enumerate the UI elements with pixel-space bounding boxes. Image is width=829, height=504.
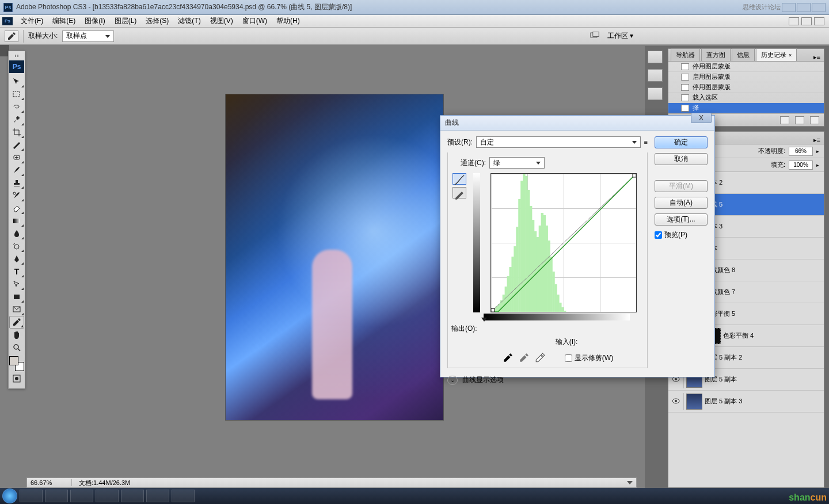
document-canvas[interactable] — [226, 94, 443, 420]
doc-info[interactable]: 文档:1.44M/26.3M — [72, 479, 130, 487]
menu-window[interactable]: 窗口(W) — [238, 16, 272, 26]
close-button[interactable] — [812, 3, 826, 12]
eyedropper-tool[interactable] — [9, 316, 24, 329]
menu-select[interactable]: 选择(S) — [141, 16, 173, 26]
menu-file[interactable]: 文件(F) — [16, 16, 48, 26]
curves-plot[interactable] — [490, 173, 637, 312]
preset-dropdown[interactable]: 自定 — [476, 136, 641, 148]
tab-info[interactable]: 信息 — [732, 48, 755, 61]
notes-tool[interactable] — [9, 303, 24, 316]
slice-tool[interactable] — [9, 139, 24, 151]
history-item[interactable]: 启用图层蒙版 — [668, 72, 824, 82]
options-button[interactable]: 选项(T)... — [655, 213, 708, 226]
history-item[interactable]: 择 — [668, 103, 824, 113]
tab-histogram[interactable]: 直方图 — [701, 48, 731, 61]
curves-titlebar[interactable]: 曲线 — [440, 116, 714, 131]
taskbar-item[interactable] — [70, 490, 93, 502]
stamp-tool[interactable] — [9, 177, 24, 189]
black-point-slider[interactable] — [481, 318, 487, 322]
heal-tool[interactable] — [9, 151, 24, 164]
quickmask-toggle[interactable] — [9, 372, 24, 385]
blur-tool[interactable] — [9, 227, 24, 240]
taskbar-item[interactable] — [45, 490, 68, 502]
curve-pencil-tool[interactable] — [452, 187, 466, 198]
maximize-button[interactable] — [797, 3, 811, 12]
info-icon[interactable] — [648, 87, 663, 100]
brush-tool[interactable] — [9, 164, 24, 177]
svg-rect-36 — [527, 190, 530, 312]
show-clipping-checkbox[interactable]: 显示修剪(W) — [565, 353, 613, 363]
taskbar-item[interactable] — [146, 490, 169, 502]
screen-mode-icon[interactable] — [590, 30, 604, 42]
taskbar-item[interactable] — [121, 490, 144, 502]
visibility-toggle[interactable] — [671, 398, 681, 405]
minimize-button[interactable] — [782, 3, 796, 12]
history-item[interactable]: 停用图层蒙版 — [668, 82, 824, 93]
tab-history[interactable]: 历史记录× — [756, 48, 797, 61]
dialog-close-stray[interactable]: X — [691, 113, 712, 123]
zoom-tool[interactable] — [9, 341, 24, 354]
history-brush-tool[interactable] — [9, 189, 24, 202]
gradient-tool[interactable] — [9, 215, 24, 227]
fill-input[interactable]: 100% — [789, 161, 813, 170]
history-new-button[interactable] — [795, 116, 804, 124]
smooth-button[interactable]: 平滑(M) — [655, 180, 708, 192]
white-eyedropper-icon[interactable] — [535, 353, 545, 363]
doc-minimize-button[interactable] — [789, 17, 799, 25]
ok-button[interactable]: 确定 — [655, 136, 708, 148]
preview-checkbox[interactable]: 预览(P) — [655, 230, 708, 240]
wand-tool[interactable] — [9, 113, 24, 126]
curve-point-tool[interactable] — [452, 173, 466, 185]
menu-layer[interactable]: 图层(L) — [110, 16, 142, 26]
menu-edit[interactable]: 编辑(E) — [48, 16, 80, 26]
start-button[interactable] — [2, 488, 17, 503]
svg-rect-46 — [550, 257, 552, 312]
menu-help[interactable]: 帮助(H) — [272, 16, 305, 26]
color-swatches[interactable] — [9, 356, 24, 371]
lasso-tool[interactable] — [9, 101, 24, 113]
layer-row[interactable]: 图层 5 副本 3 — [668, 391, 824, 413]
taskbar-item[interactable] — [20, 490, 43, 502]
history-item[interactable]: 载入选区 — [668, 93, 824, 103]
pen-tool[interactable] — [9, 253, 24, 265]
histogram-icon[interactable] — [648, 69, 663, 82]
taskbar-item[interactable] — [96, 490, 119, 502]
display-options-toggle[interactable]: ⌄ — [447, 376, 458, 385]
doc-restore-button[interactable] — [801, 17, 812, 25]
status-menu-icon[interactable] — [627, 481, 633, 484]
layers-panel-menu-icon[interactable]: ▸≡ — [810, 136, 824, 144]
current-tool-preset[interactable] — [5, 30, 18, 42]
black-eyedropper-icon[interactable] — [503, 353, 513, 363]
taskbar-item[interactable] — [172, 490, 195, 502]
panel-menu-icon[interactable]: ▸≡ — [810, 54, 824, 61]
menu-image[interactable]: 图像(I) — [80, 16, 109, 26]
eraser-tool[interactable] — [9, 202, 24, 215]
channel-dropdown[interactable]: 绿 — [489, 157, 545, 169]
tab-navigator[interactable]: 导航器 — [671, 48, 700, 61]
zoom-level[interactable]: 66.67% — [29, 479, 72, 486]
move-tool[interactable] — [9, 75, 24, 88]
toolbox-grip[interactable] — [10, 55, 24, 58]
menu-view[interactable]: 视图(V) — [206, 16, 238, 26]
shape-tool[interactable] — [9, 291, 24, 303]
sample-size-dropdown[interactable]: 取样点 — [62, 30, 114, 42]
marquee-tool[interactable] — [9, 88, 24, 101]
history-snapshot-button[interactable] — [780, 116, 789, 124]
crop-tool[interactable] — [9, 126, 24, 139]
opacity-input[interactable]: 66% — [789, 147, 813, 156]
hand-tool[interactable] — [9, 329, 24, 341]
auto-button[interactable]: 自动(A) — [655, 197, 708, 209]
cancel-button[interactable]: 取消 — [655, 153, 708, 165]
type-tool[interactable]: T — [9, 265, 24, 278]
fg-color[interactable] — [9, 356, 18, 365]
doc-close-button[interactable] — [814, 17, 824, 25]
gray-eyedropper-icon[interactable] — [519, 353, 529, 363]
dodge-tool[interactable] — [9, 240, 24, 253]
menu-filter[interactable]: 滤镜(T) — [173, 16, 205, 26]
history-item[interactable]: 停用图层蒙版 — [668, 62, 824, 72]
workspace-menu[interactable]: 工作区 ▾ — [607, 31, 633, 41]
path-select-tool[interactable] — [9, 278, 24, 291]
history-delete-button[interactable] — [810, 116, 819, 124]
preset-menu-icon[interactable]: ≡ — [644, 139, 648, 146]
navigator-icon[interactable] — [648, 51, 663, 63]
